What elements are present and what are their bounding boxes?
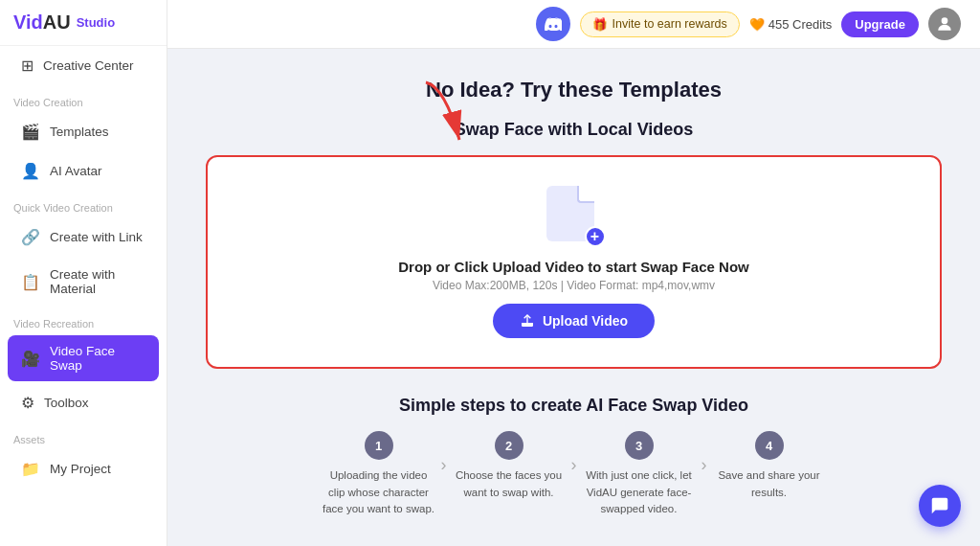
sidebar-item-video-face-swap[interactable]: 🎥 Video Face Swap: [8, 335, 159, 381]
step-2: 2 Choose the faces you want to swap with…: [452, 431, 567, 501]
sidebar-item-label: Video Face Swap: [50, 344, 145, 373]
material-icon: 📋: [21, 273, 40, 291]
avatar[interactable]: [928, 8, 961, 40]
logo-area: VidAU Studio: [0, 0, 167, 46]
page-title: No Idea? Try these Templates: [206, 78, 942, 102]
toolbox-icon: ⚙: [21, 394, 34, 412]
steps-section: Simple steps to create AI Face Swap Vide…: [206, 396, 942, 517]
plus-icon: +: [585, 226, 606, 247]
sidebar-item-label: Create with Link: [50, 230, 143, 244]
step-num-2: 2: [495, 431, 523, 460]
sidebar-item-toolbox[interactable]: ⚙ Toolbox: [8, 385, 159, 421]
swap-section-title: Swap Face with Local Videos: [206, 120, 942, 140]
link-icon: 🔗: [21, 228, 40, 246]
rewards-icon: 🎁: [592, 17, 608, 32]
steps-row: 1 Uploading the video clip whose charact…: [206, 431, 942, 517]
step-num-4: 4: [755, 431, 784, 460]
upload-video-button[interactable]: Upload Video: [493, 304, 655, 338]
step-1: 1 Uploading the video clip whose charact…: [322, 431, 436, 517]
sidebar-item-templates[interactable]: 🎬 Templates: [8, 114, 159, 149]
sidebar-item-creative-center[interactable]: ⊞ Creative Center: [8, 48, 159, 83]
svg-point-0: [942, 17, 948, 24]
rewards-label: Invite to earn rewards: [612, 17, 727, 31]
step-3: 3 With just one click, let VidAU generat…: [582, 431, 697, 517]
header: 🎁 Invite to earn rewards 🧡 455 Credits U…: [167, 0, 980, 49]
step-text-4: Save and share your results.: [712, 467, 827, 501]
sidebar-item-my-project[interactable]: 📁 My Project: [8, 451, 159, 487]
upgrade-button[interactable]: Upgrade: [841, 11, 919, 37]
upload-icon: [520, 313, 535, 329]
content-area: No Idea? Try these Templates Swap Face w…: [167, 49, 980, 546]
step-num-1: 1: [365, 431, 393, 460]
sidebar-item-create-material[interactable]: 📋 Create with Material: [8, 259, 159, 305]
sidebar: VidAU Studio ⊞ Creative Center Video Cre…: [0, 0, 167, 546]
step-text-1: Uploading the video clip whose character…: [322, 467, 436, 517]
sidebar-item-ai-avatar[interactable]: 👤 AI Avatar: [8, 153, 159, 189]
credits-count: 455 Credits: [768, 17, 832, 32]
steps-title: Simple steps to create AI Face Swap Vide…: [206, 396, 942, 416]
heart-icon: 🧡: [749, 17, 765, 32]
project-icon: 📁: [21, 460, 40, 478]
step-text-2: Choose the faces you want to swap with.: [452, 467, 567, 501]
chat-icon: [929, 495, 950, 516]
file-icon-wrap: +: [546, 186, 602, 247]
upload-box[interactable]: + Drop or Click Upload Video to start Sw…: [206, 155, 942, 369]
sidebar-item-label: Templates: [50, 125, 109, 139]
sidebar-item-label: AI Avatar: [50, 164, 102, 178]
studio-label: Studio: [77, 15, 115, 30]
step-arrow-3: ›: [697, 436, 712, 475]
credits-display: 🧡 455 Credits: [749, 17, 832, 32]
sidebar-item-create-link[interactable]: 🔗 Create with Link: [8, 219, 159, 255]
step-arrow-2: ›: [567, 436, 582, 475]
templates-icon: 🎬: [21, 123, 40, 141]
video-icon: 🎥: [21, 350, 40, 368]
step-num-3: 3: [625, 431, 654, 460]
section-label-assets: Assets: [0, 422, 167, 449]
step-4: 4 Save and share your results.: [712, 431, 827, 501]
upload-sub-text: Video Max:200MB, 120s | Video Format: mp…: [433, 279, 715, 292]
section-label-video-creation: Video Creation: [0, 85, 167, 112]
avatar-icon: 👤: [21, 162, 40, 180]
step-arrow-1: ›: [436, 436, 452, 475]
logo-text: VidAU: [13, 11, 71, 34]
chat-button[interactable]: [919, 485, 961, 527]
sidebar-item-label: Toolbox: [44, 396, 89, 410]
sidebar-item-label: My Project: [50, 462, 111, 476]
step-text-3: With just one click, let VidAU generate …: [582, 467, 697, 517]
section-label-video-recreation: Video Recreation: [0, 307, 167, 333]
sidebar-item-label: Create with Material: [50, 267, 145, 296]
rewards-button[interactable]: 🎁 Invite to earn rewards: [580, 11, 740, 37]
upload-main-text: Drop or Click Upload Video to start Swap…: [398, 259, 748, 275]
sidebar-item-label: Creative Center: [43, 58, 134, 73]
grid-icon: ⊞: [21, 57, 33, 75]
main-area: 🎁 Invite to earn rewards 🧡 455 Credits U…: [167, 0, 980, 546]
upload-btn-label: Upload Video: [543, 313, 628, 329]
section-label-quick-creation: Quick Video Creation: [0, 191, 167, 217]
discord-button[interactable]: [536, 7, 570, 41]
